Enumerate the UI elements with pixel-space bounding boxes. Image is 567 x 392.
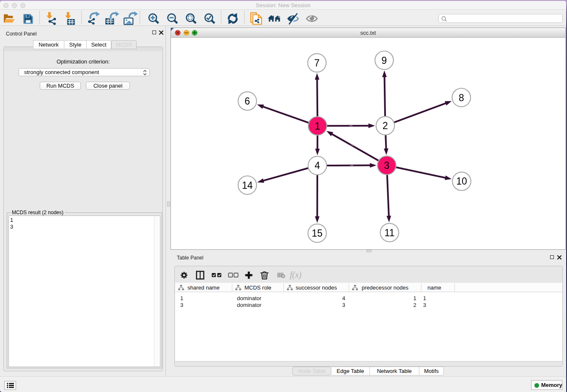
- svg-text:14: 14: [242, 180, 253, 191]
- svg-text:9: 9: [382, 55, 387, 66]
- svg-text:3: 3: [384, 160, 390, 171]
- svg-text:8: 8: [459, 92, 464, 103]
- svg-text:7: 7: [314, 58, 320, 69]
- svg-text:10: 10: [456, 176, 467, 187]
- svg-text:15: 15: [312, 228, 323, 239]
- svg-text:4: 4: [315, 160, 320, 171]
- svg-text:11: 11: [385, 227, 395, 238]
- svg-text:2: 2: [383, 120, 388, 131]
- svg-text:1: 1: [315, 121, 320, 132]
- svg-text:6: 6: [245, 96, 250, 107]
- svg-text:f(x): f(x): [290, 271, 302, 280]
